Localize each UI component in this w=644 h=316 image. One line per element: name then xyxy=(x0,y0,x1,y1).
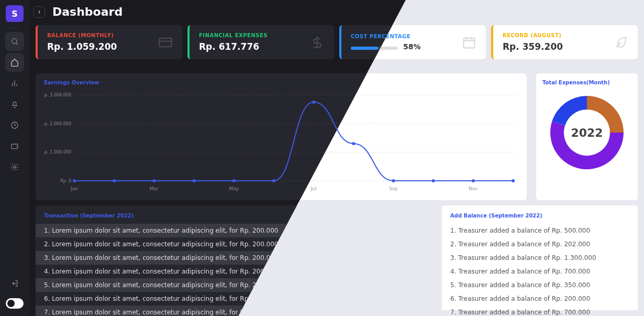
card-value: 58% xyxy=(403,42,421,51)
svg-rect-28 xyxy=(159,38,171,46)
home-icon[interactable] xyxy=(5,53,24,72)
gear-icon[interactable] xyxy=(5,158,24,177)
table-row[interactable]: 3. Treasurer added a balance of Rp. 1.30… xyxy=(442,251,638,265)
svg-point-50 xyxy=(312,101,315,104)
donut-center: 2022 xyxy=(545,91,629,175)
panel-title: Add Balance (September 2022) xyxy=(442,213,638,219)
card-label: BALANCE (MONTHLY) xyxy=(47,32,117,38)
svg-text:Rp. 3.000.000: Rp. 3.000.000 xyxy=(44,93,71,97)
svg-point-45 xyxy=(113,179,116,182)
svg-point-47 xyxy=(193,179,196,182)
svg-point-49 xyxy=(272,179,275,182)
wallet-icon[interactable] xyxy=(5,137,24,156)
svg-text:Rp. 0: Rp. 0 xyxy=(60,179,71,183)
svg-text:Sep: Sep xyxy=(389,186,398,191)
svg-point-23 xyxy=(352,142,355,145)
svg-text:Jan: Jan xyxy=(70,186,78,191)
card-balance[interactable]: BALANCE (MONTHLY) Rp. 1.059.200 xyxy=(36,25,182,59)
svg-text:Nov: Nov xyxy=(469,186,478,191)
dollar-icon xyxy=(310,35,325,50)
panel-title: Total Expenses(Month) xyxy=(542,80,631,85)
sidebar: S xyxy=(0,0,29,316)
card-record[interactable]: RECORD (AUGUST) Rp. 359.200 xyxy=(491,25,638,59)
svg-text:Jul: Jul xyxy=(310,186,317,191)
page-title: Dashboard xyxy=(52,5,123,18)
calendar-icon xyxy=(462,35,476,50)
table-row[interactable]: 5. Treasurer added a balance of Rp. 350.… xyxy=(442,278,638,292)
svg-text:Rp. 1.000.000: Rp. 1.000.000 xyxy=(44,150,71,155)
card-value: Rp. 1.059.200 xyxy=(47,41,117,52)
balance-log-panel: Add Balance (September 2022) 1. Treasure… xyxy=(442,205,638,310)
table-row[interactable]: 4. Treasurer added a balance of Rp. 700.… xyxy=(442,265,638,278)
svg-point-27 xyxy=(512,179,515,182)
search-icon[interactable] xyxy=(5,32,24,51)
card-label: FINANCIAL EXPENSES xyxy=(199,32,268,38)
donut-panel[interactable]: Total Expenses(Month) 2022 xyxy=(536,73,638,200)
logout-icon[interactable] xyxy=(5,274,24,293)
back-button[interactable] xyxy=(34,6,45,18)
svg-point-44 xyxy=(73,179,76,182)
card-expenses[interactable]: FINANCIAL EXPENSES Rp. 617.776 xyxy=(187,25,334,59)
chart-icon[interactable] xyxy=(5,74,24,93)
card-icon xyxy=(158,35,173,50)
svg-point-25 xyxy=(432,179,435,182)
svg-point-46 xyxy=(152,179,156,182)
bell-icon[interactable] xyxy=(5,95,24,114)
leaf-icon xyxy=(614,35,628,50)
theme-toggle[interactable] xyxy=(6,298,24,309)
svg-point-48 xyxy=(232,179,236,182)
svg-rect-1 xyxy=(464,38,475,48)
history-icon[interactable] xyxy=(5,116,24,135)
card-value: Rp. 359.200 xyxy=(503,41,563,52)
table-row[interactable]: 7. Treasurer added a balance of Rp. 700.… xyxy=(442,306,638,316)
svg-text:Rp. 2.000.000: Rp. 2.000.000 xyxy=(44,122,71,126)
card-value: Rp. 617.776 xyxy=(199,41,268,52)
app-logo[interactable]: S xyxy=(6,5,24,22)
svg-point-59 xyxy=(14,166,16,168)
svg-point-56 xyxy=(12,39,17,43)
table-row[interactable]: 2. Treasurer added a balance of Rp. 202.… xyxy=(442,237,638,251)
card-label: RECORD (AUGUST) xyxy=(503,32,563,38)
svg-text:Mar: Mar xyxy=(150,186,159,191)
svg-text:May: May xyxy=(229,186,239,191)
table-row[interactable]: 1. Treasurer added a balance of Rp. 500.… xyxy=(442,224,638,237)
table-row[interactable]: 6. Treasurer added a balance of Rp. 200.… xyxy=(442,292,638,306)
svg-point-24 xyxy=(392,179,395,182)
svg-point-26 xyxy=(472,179,475,182)
